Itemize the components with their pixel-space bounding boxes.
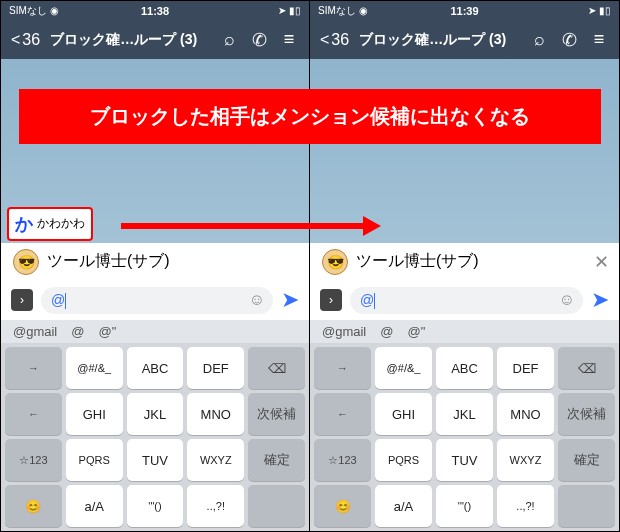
back-button[interactable]: <36 [11, 31, 40, 49]
right-screenshot: SIMなし◉ 11:39 ➤▮▯ <36 ブロック確…ループ (3) ⌕ ✆ ≡… [310, 1, 619, 531]
key-a/A[interactable]: a/A [375, 485, 432, 527]
key-次候補[interactable]: 次候補 [248, 393, 305, 435]
send-button[interactable]: ➤ [281, 287, 299, 313]
mention-row[interactable]: 😎 ツール博士(サブ) ✕ [310, 243, 619, 281]
key-⌫[interactable]: ⌫ [558, 347, 615, 389]
call-icon[interactable]: ✆ [559, 29, 579, 51]
mention-user: ツール博士(サブ) [356, 251, 479, 272]
battery-icon: ▮▯ [599, 5, 611, 16]
mention-candidate[interactable]: か かわかわ [7, 207, 93, 241]
key-@#/&_[interactable]: @#/&_ [375, 347, 432, 389]
keyboard: →@#/&_ABCDEF⌫←GHIJKLMNO次候補☆123PQRSTUVWXY… [310, 343, 619, 531]
key-ABC[interactable]: ABC [127, 347, 184, 389]
key-a/A[interactable]: a/A [66, 485, 123, 527]
key-ABC[interactable]: ABC [436, 347, 493, 389]
key-MNO[interactable]: MNO [187, 393, 244, 435]
location-icon: ➤ [278, 5, 286, 16]
key-TUV[interactable]: TUV [436, 439, 493, 481]
prediction[interactable]: @ [380, 324, 393, 339]
key-→[interactable]: → [5, 347, 62, 389]
battery-icon: ▮▯ [289, 5, 301, 16]
chat-body: か かわかわ [1, 59, 309, 243]
prediction-bar: @gmail @ @" [1, 320, 309, 343]
call-icon[interactable]: ✆ [249, 29, 269, 51]
key-JKL[interactable]: JKL [127, 393, 184, 435]
annotation-arrow [121, 219, 381, 233]
left-screenshot: SIMなし◉ 11:38 ➤▮▯ <36 ブロック確…ループ (3) ⌕ ✆ ≡… [1, 1, 309, 531]
attach-icon[interactable]: › [11, 289, 33, 311]
prediction[interactable]: @" [98, 324, 116, 339]
avatar-icon: 😎 [322, 249, 348, 275]
keyboard: →@#/&_ABCDEF⌫←GHIJKLMNO次候補☆123PQRSTUVWXY… [1, 343, 309, 531]
message-input-row: › @ ☺ ➤ [310, 281, 619, 320]
annotation-banner: ブロックした相手はメンション候補に出なくなる [19, 89, 601, 144]
key-GHI[interactable]: GHI [375, 393, 432, 435]
search-icon[interactable]: ⌕ [529, 29, 549, 50]
chat-header: <36 ブロック確…ループ (3) ⌕ ✆ ≡ [1, 20, 309, 59]
key-WXYZ[interactable]: WXYZ [187, 439, 244, 481]
wifi-icon: ◉ [359, 5, 368, 16]
emoji-icon[interactable]: ☺ [559, 291, 575, 309]
menu-icon[interactable]: ≡ [589, 29, 609, 50]
status-bar: SIMなし◉ 11:38 ➤▮▯ [1, 1, 309, 20]
key-'"()[interactable]: '"() [127, 485, 184, 527]
close-icon[interactable]: ✕ [594, 251, 609, 273]
mention-user: ツール博士(サブ) [47, 251, 170, 272]
key-☆123[interactable]: ☆123 [314, 439, 371, 481]
key-@#/&_[interactable]: @#/&_ [66, 347, 123, 389]
chat-header: <36 ブロック確…ループ (3) ⌕ ✆ ≡ [310, 20, 619, 59]
prediction[interactable]: @gmail [13, 324, 57, 339]
attach-icon[interactable]: › [320, 289, 342, 311]
key-確定[interactable]: 確定 [558, 439, 615, 481]
chat-title: ブロック確…ループ (3) [359, 31, 519, 49]
key-'"()[interactable]: '"() [436, 485, 493, 527]
send-button[interactable]: ➤ [591, 287, 609, 313]
key-😊[interactable]: 😊 [5, 485, 62, 527]
emoji-icon[interactable]: ☺ [249, 291, 265, 309]
key-WXYZ[interactable]: WXYZ [497, 439, 554, 481]
back-button[interactable]: <36 [320, 31, 349, 49]
wifi-icon: ◉ [50, 5, 59, 16]
key-←[interactable]: ← [5, 393, 62, 435]
chat-body [310, 59, 619, 243]
key-☆123[interactable]: ☆123 [5, 439, 62, 481]
key-GHI[interactable]: GHI [66, 393, 123, 435]
prediction[interactable]: @" [407, 324, 425, 339]
key-JKL[interactable]: JKL [436, 393, 493, 435]
key-←[interactable]: ← [314, 393, 371, 435]
key-次候補[interactable]: 次候補 [558, 393, 615, 435]
key-😊[interactable]: 😊 [314, 485, 371, 527]
message-input[interactable]: @ ☺ [41, 287, 273, 314]
key-確定[interactable]: 確定 [248, 439, 305, 481]
key-TUV[interactable]: TUV [127, 439, 184, 481]
menu-icon[interactable]: ≡ [279, 29, 299, 50]
message-input-row: › @ ☺ ➤ [1, 281, 309, 320]
key-blank[interactable] [558, 485, 615, 527]
key-..,?![interactable]: ..,?! [497, 485, 554, 527]
key-⌫[interactable]: ⌫ [248, 347, 305, 389]
location-icon: ➤ [588, 5, 596, 16]
search-icon[interactable]: ⌕ [219, 29, 239, 50]
message-input[interactable]: @ ☺ [350, 287, 583, 314]
status-bar: SIMなし◉ 11:39 ➤▮▯ [310, 1, 619, 20]
key-MNO[interactable]: MNO [497, 393, 554, 435]
avatar-letter: か [15, 212, 33, 236]
key-PQRS[interactable]: PQRS [375, 439, 432, 481]
key-→[interactable]: → [314, 347, 371, 389]
key-blank[interactable] [248, 485, 305, 527]
mention-row[interactable]: 😎 ツール博士(サブ) [1, 243, 309, 281]
prediction[interactable]: @gmail [322, 324, 366, 339]
chat-title: ブロック確…ループ (3) [50, 31, 209, 49]
key-DEF[interactable]: DEF [187, 347, 244, 389]
prediction[interactable]: @ [71, 324, 84, 339]
prediction-bar: @gmail @ @" [310, 320, 619, 343]
avatar-icon: 😎 [13, 249, 39, 275]
key-PQRS[interactable]: PQRS [66, 439, 123, 481]
key-DEF[interactable]: DEF [497, 347, 554, 389]
mention-name: かわかわ [37, 215, 85, 232]
key-..,?![interactable]: ..,?! [187, 485, 244, 527]
